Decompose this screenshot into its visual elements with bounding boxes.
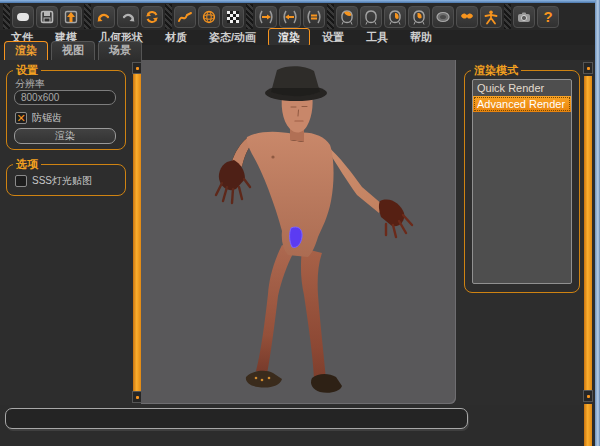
refresh-icon[interactable] bbox=[141, 6, 163, 28]
render-mode-list: Quick Render Advanced Render bbox=[472, 79, 572, 284]
tabbar: 渲染 视图 场景 bbox=[0, 45, 595, 60]
figure-right-arm bbox=[327, 146, 383, 213]
redo-icon[interactable] bbox=[117, 6, 139, 28]
render-viewport[interactable] bbox=[141, 60, 456, 404]
face-match-icon[interactable] bbox=[303, 6, 325, 28]
render-mode-group-title: 渲染模式 bbox=[471, 63, 521, 77]
export-icon[interactable] bbox=[60, 6, 82, 28]
antialias-label: 防锯齿 bbox=[32, 111, 62, 125]
figure-chest-detail bbox=[271, 155, 274, 158]
antialias-row[interactable]: 防锯齿 bbox=[15, 111, 62, 125]
mask-icon[interactable] bbox=[432, 6, 454, 28]
toolbar-separator bbox=[327, 4, 334, 29]
toolbar-separator bbox=[165, 4, 172, 29]
right-scrollbar-lower[interactable] bbox=[584, 404, 592, 446]
sss-checkbox[interactable] bbox=[15, 175, 27, 187]
figure-icon[interactable] bbox=[480, 6, 502, 28]
window-right-frame bbox=[595, 0, 600, 446]
toolbar-separator bbox=[504, 4, 511, 29]
right-scrollbar-top-button[interactable] bbox=[583, 62, 593, 74]
figure-right-leg bbox=[301, 248, 326, 380]
face-transfer-left-icon[interactable] bbox=[279, 6, 301, 28]
tab-view[interactable]: 视图 bbox=[51, 41, 95, 60]
curve-icon[interactable] bbox=[174, 6, 196, 28]
help-icon[interactable]: ? bbox=[537, 6, 559, 28]
right-scrollbar-bottom-button[interactable] bbox=[583, 390, 593, 402]
figure-left-sandal bbox=[246, 371, 282, 388]
new-document-icon[interactable] bbox=[12, 6, 34, 28]
sss-row[interactable]: SSS灯光贴图 bbox=[15, 174, 92, 188]
tab-render[interactable]: 渲染 bbox=[4, 41, 48, 60]
head-plain-icon[interactable] bbox=[360, 6, 382, 28]
tab-scene[interactable]: 场景 bbox=[98, 41, 142, 60]
render-mode-group: 渲染模式 Quick Render Advanced Render bbox=[464, 70, 580, 293]
head-hair-top-icon[interactable] bbox=[336, 6, 358, 28]
window-top-frame bbox=[0, 0, 600, 3]
render-mode-quick[interactable]: Quick Render bbox=[473, 80, 571, 96]
render-button[interactable]: 渲染 bbox=[14, 128, 116, 144]
sss-label: SSS灯光贴图 bbox=[32, 174, 92, 188]
figure-left-leg bbox=[256, 245, 295, 374]
figure-right-shoe bbox=[311, 374, 342, 393]
wireframe-sphere-icon[interactable] bbox=[198, 6, 220, 28]
help-glyph: ? bbox=[543, 9, 552, 24]
toolbar: ? bbox=[0, 3, 595, 30]
antialias-checkbox[interactable] bbox=[15, 112, 27, 124]
head-hair-center-icon[interactable] bbox=[408, 6, 430, 28]
checkerboard-icon[interactable] bbox=[222, 6, 244, 28]
options-group: 选项 SSS灯光贴图 bbox=[6, 164, 126, 196]
human-figure bbox=[141, 60, 456, 404]
progress-bar bbox=[5, 408, 468, 429]
right-scrollbar[interactable] bbox=[584, 76, 592, 390]
head-hair-right-icon[interactable] bbox=[384, 6, 406, 28]
undo-icon[interactable] bbox=[93, 6, 115, 28]
face-transfer-right-icon[interactable] bbox=[255, 6, 277, 28]
resolution-input[interactable] bbox=[14, 90, 116, 105]
save-icon[interactable] bbox=[36, 6, 58, 28]
main-area: 设置 分辨率 防锯齿 渲染 选项 SSS灯光贴图 bbox=[0, 60, 595, 405]
render-mode-advanced[interactable]: Advanced Render bbox=[473, 96, 571, 112]
left-scrollbar[interactable] bbox=[133, 74, 141, 392]
mustache-icon[interactable] bbox=[456, 6, 478, 28]
toolbar-separator bbox=[3, 4, 10, 29]
toolbar-separator bbox=[246, 4, 253, 29]
resolution-label: 分辨率 bbox=[15, 77, 45, 91]
toolbar-separator bbox=[84, 4, 91, 29]
settings-group-title: 设置 bbox=[13, 63, 41, 77]
settings-group: 设置 分辨率 防锯齿 渲染 bbox=[6, 70, 126, 150]
camera-icon[interactable] bbox=[513, 6, 535, 28]
options-group-title: 选项 bbox=[13, 157, 41, 171]
